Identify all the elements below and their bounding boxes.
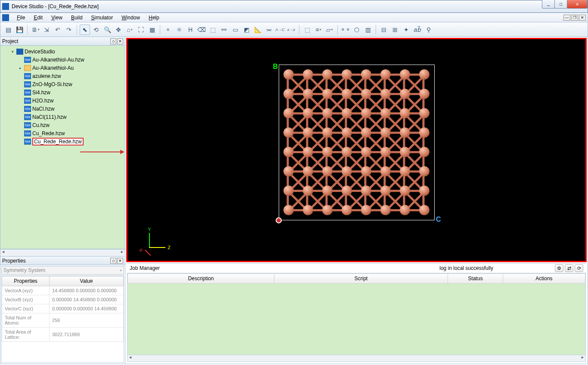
properties-type-combo[interactable]: Symmetry System xyxy=(1,266,124,275)
origin-marker xyxy=(276,217,282,223)
property-row: Total Area of Lattice:3022.711869 xyxy=(2,328,124,342)
project-float-button[interactable]: ◇ xyxy=(110,38,116,44)
project-panel-header: Project ◇ ✕ xyxy=(0,37,125,46)
tree-item[interactable]: ▸Au-Alkanethiol-Au xyxy=(0,64,125,72)
jobman-shuffle-button[interactable]: ⇄ xyxy=(565,264,573,272)
tree-item[interactable]: hzwazulene.hzw xyxy=(0,72,125,80)
properties-close-button[interactable]: ✕ xyxy=(117,258,123,264)
menu-view[interactable]: View xyxy=(47,14,67,22)
properties-panel-header: Properties ◇ ✕ xyxy=(0,257,125,265)
window-close-button[interactable] xyxy=(567,0,588,9)
xyz-icon[interactable]: x→z xyxy=(286,25,296,35)
cursor-icon[interactable]: ⬉ xyxy=(80,25,90,35)
hydrogen-icon[interactable]: H xyxy=(185,25,196,35)
tree-item[interactable]: hzwNaCl(111).hzw xyxy=(0,113,125,121)
menu-file[interactable]: File xyxy=(12,14,29,22)
project-panel-title: Project xyxy=(2,38,18,44)
region-icon[interactable]: ⬚ xyxy=(302,25,312,35)
window-title: Device Studio - [Cu_Rede_Rede.hzw] xyxy=(12,3,99,9)
project-close-button[interactable]: ✕ xyxy=(117,38,123,44)
menu-help[interactable]: Help xyxy=(144,14,164,22)
3d-viewport[interactable]: B C xyxy=(126,38,587,262)
import-icon[interactable]: ⇲ xyxy=(41,25,52,35)
layers-icon[interactable]: ≡ xyxy=(313,25,324,35)
tree-item[interactable]: hzwAu-Alkanethiol-Au.hzw xyxy=(0,56,125,64)
measure-icon[interactable]: 📐 xyxy=(252,25,263,35)
properties-float-button[interactable]: ◇ xyxy=(110,258,116,264)
link-icon[interactable]: ⚲ xyxy=(423,25,434,35)
grid-icon[interactable]: ▦ xyxy=(147,25,157,35)
menu-edit[interactable]: Edit xyxy=(29,14,47,22)
properties-table: Properties Value VectorA (xyz)14.458800 … xyxy=(1,275,124,363)
device1-icon[interactable]: ⊟ xyxy=(379,25,389,35)
file-icon: hzw xyxy=(24,57,31,63)
file-icon: hzw xyxy=(24,98,31,104)
tree-item[interactable]: hzwSi4.hzw xyxy=(0,88,125,96)
window-maximize-button[interactable] xyxy=(554,0,567,9)
undo-icon[interactable]: ↶ xyxy=(53,25,63,35)
home-icon[interactable]: ⌂ xyxy=(124,25,135,35)
tree-item[interactable]: hzwZnO-MgO-Si.hzw xyxy=(0,80,125,88)
project-hscroll[interactable] xyxy=(0,249,125,256)
prop-header-value[interactable]: Value xyxy=(50,276,124,286)
tree-item[interactable]: hzwCu.hzw xyxy=(0,121,125,129)
job-col-description[interactable]: Description xyxy=(128,274,274,284)
file-icon: hzw xyxy=(24,130,31,136)
job-col-script[interactable]: Script xyxy=(274,274,448,284)
mdi-minimize-button[interactable]: — xyxy=(563,15,570,21)
menu-simulator[interactable]: Simulator xyxy=(87,14,118,22)
file-icon: hzw xyxy=(24,81,31,87)
ring4-icon[interactable]: ⬡ xyxy=(352,25,362,35)
select-icon[interactable]: ⬚ xyxy=(208,25,218,35)
app-icon xyxy=(2,3,9,10)
jobman-hscroll[interactable] xyxy=(127,355,586,362)
prop-header-name[interactable]: Properties xyxy=(2,276,50,286)
menu-window[interactable]: Window xyxy=(117,14,144,22)
redo-icon[interactable]: ↷ xyxy=(64,25,74,35)
tree-root[interactable]: ▾ DeviceStudio xyxy=(0,47,125,56)
menubar: File Edit View Build Simulator Window He… xyxy=(0,13,588,22)
job-col-status[interactable]: Status xyxy=(448,274,503,284)
add-icon[interactable]: ＋ xyxy=(163,25,173,35)
new-doc-icon[interactable]: 🗎 xyxy=(30,25,40,35)
tree-item[interactable]: hzwH2O.hzw xyxy=(0,96,125,105)
menu-build[interactable]: Build xyxy=(67,14,87,22)
window-minimize-button[interactable] xyxy=(542,0,555,9)
ab-vector-icon[interactable]: ab⃗ xyxy=(412,25,423,35)
pan-icon[interactable]: ✥ xyxy=(113,25,124,35)
mdi-close-button[interactable]: ✕ xyxy=(579,15,586,21)
axes-gizmo xyxy=(140,226,166,252)
save-icon[interactable]: 💾 xyxy=(14,25,25,35)
chain-icon[interactable]: ⫘ xyxy=(264,25,274,35)
device2-icon[interactable]: ⊞ xyxy=(390,25,400,35)
folder-icon xyxy=(24,65,31,71)
zoom-icon[interactable]: 🔍 xyxy=(102,25,112,35)
job-col-actions[interactable]: Actions xyxy=(503,274,585,284)
property-row: VectorC (xyz)0.000000 0.000000 14.458800 xyxy=(2,304,124,313)
fit-icon[interactable]: ⛶ xyxy=(136,25,146,35)
jobman-refresh-button[interactable]: ⟳ xyxy=(575,264,583,272)
molecule-icon[interactable]: ⚛ xyxy=(174,25,184,35)
abc-icon[interactable]: A→C xyxy=(275,25,285,35)
open-icon[interactable]: ▤ xyxy=(3,25,13,35)
ring3-icon[interactable]: ⚬⚬ xyxy=(340,25,351,35)
project-tree[interactable]: ▾ DeviceStudio hzwAu-Alkanethiol-Au.hzw▸… xyxy=(0,46,125,249)
y-axis-icon xyxy=(149,233,150,248)
box-icon[interactable]: ▭ xyxy=(230,25,240,35)
plane-icon[interactable]: ◩ xyxy=(241,25,252,35)
tree-item[interactable]: hzwCu_Rede_Rede.hzw xyxy=(0,137,125,145)
erase-icon[interactable]: ⌫ xyxy=(196,25,207,35)
project-icon xyxy=(16,49,23,55)
file-icon: hzw xyxy=(24,114,31,120)
lattice-icon[interactable]: ▥ xyxy=(363,25,373,35)
rotate-icon[interactable]: ⟲ xyxy=(91,25,101,35)
device3-icon[interactable]: ✦ xyxy=(401,25,411,35)
bbox-icon[interactable]: ▱ xyxy=(324,25,335,35)
jobman-settings-button[interactable]: ⚙ xyxy=(555,264,563,272)
property-row: Total Num of Atoms:256 xyxy=(2,313,124,328)
mdi-restore-button[interactable]: ❐ xyxy=(571,15,578,21)
bond-icon[interactable]: ⚯ xyxy=(219,25,229,35)
tree-item[interactable]: hzwCu_Rede.hzw xyxy=(0,129,125,137)
tree-item[interactable]: hzwNaCl.hzw xyxy=(0,105,125,113)
annotation-arrow xyxy=(80,152,123,152)
